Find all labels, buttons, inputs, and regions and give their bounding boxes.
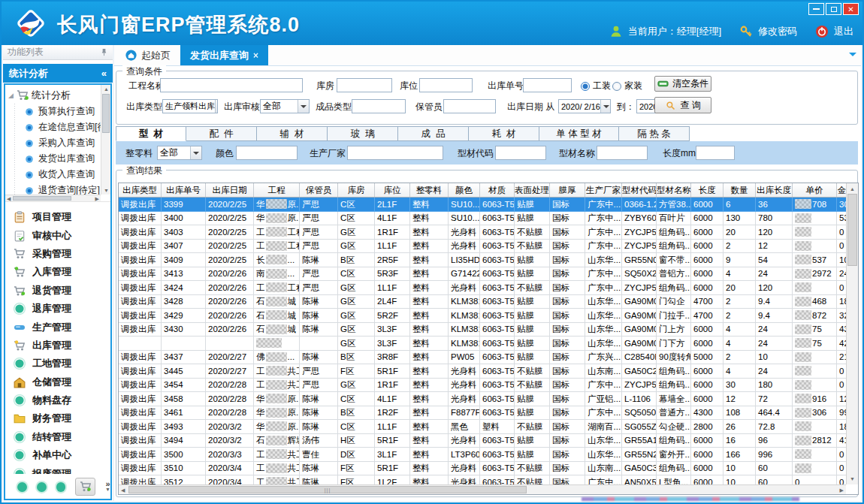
tree-item-0[interactable]: 预算执行查询 <box>5 104 110 119</box>
table-row[interactable]: 调拨出库34582020/2/28华原...陈琳C区4L1F整料光身料6063-… <box>119 392 846 406</box>
footer-cart-button[interactable] <box>75 478 95 496</box>
tree-item-1[interactable]: 在途信息查询[待 <box>5 119 110 135</box>
tree-item-2[interactable]: 采购入库查询 <box>5 135 110 151</box>
maximize-button[interactable] <box>826 3 841 15</box>
column-header-18[interactable]: 单价 <box>793 183 837 197</box>
column-header-3[interactable]: 工程 <box>254 183 300 197</box>
tree-item-4[interactable]: 收货入库查询 <box>5 167 110 183</box>
tree-vertical-scrollbar[interactable]: ▲▼ <box>101 85 110 195</box>
column-header-17[interactable]: 出库长度 <box>756 183 793 197</box>
warehouse-input[interactable] <box>337 78 392 92</box>
profile-code-input[interactable] <box>495 146 546 160</box>
tab-overflow-chevron-icon[interactable] <box>849 53 856 60</box>
sidebar-section-statistics[interactable]: 统计分析 « <box>3 64 113 83</box>
material-tab-7[interactable]: 隔 热 条 <box>619 126 690 141</box>
whole-part-select[interactable]: 全部 <box>157 146 202 160</box>
color-input[interactable] <box>236 146 298 160</box>
minimize-button[interactable] <box>808 3 824 15</box>
clear-conditions-button[interactable]: 清空条件 <box>654 76 711 92</box>
table-row[interactable]: 调拨出库34002020/2/25华原...严思C区4L1F整料SU10...6… <box>119 212 846 226</box>
column-header-14[interactable]: 型材名称 <box>657 183 691 197</box>
column-header-1[interactable]: 出库单号 <box>162 183 206 197</box>
footer-circle-icon[interactable] <box>17 482 27 492</box>
column-header-2[interactable]: 出库日期 <box>206 183 254 197</box>
sidebar-item-10[interactable]: 物料盘存 <box>5 391 110 409</box>
table-row[interactable]: 调拨出库34072020/2/25工工程严思G区1L1F整料光身料6063-T5… <box>119 240 846 254</box>
change-password-link[interactable]: 修改密码 <box>758 25 797 38</box>
dropdown-arrow-icon[interactable] <box>215 100 218 113</box>
profile-name-input[interactable] <box>597 146 648 160</box>
close-button[interactable]: ✕ <box>843 3 859 15</box>
table-row[interactable]: 调拨出库35122020/3/4工共工程陈琳F区1L2F整料光身料6063-T5… <box>119 475 846 484</box>
sidebar-item-4[interactable]: 退货管理 <box>5 282 110 300</box>
radio-gongzhuang[interactable]: 工装 <box>581 80 611 92</box>
column-header-10[interactable]: 表面处理 <box>515 183 550 197</box>
sidebar-item-12[interactable]: 结转管理 <box>5 428 110 446</box>
column-header-9[interactable]: 材质 <box>480 183 515 197</box>
table-row[interactable]: 调拨出库35102020/3/4工共工程陈琳F区5R1F整料光身料6063-T5… <box>119 462 846 476</box>
tab-0[interactable]: 起始页 <box>116 45 180 65</box>
audit-select[interactable]: 全部 <box>260 99 310 113</box>
order-no-input[interactable] <box>523 78 572 92</box>
radio-jiazhuang[interactable]: 家装 <box>612 80 642 92</box>
pin-icon[interactable] <box>100 48 108 56</box>
tab-close-icon[interactable]: × <box>253 50 258 61</box>
sidebar-item-8[interactable]: 工地管理 <box>5 355 110 373</box>
sidebar-item-11[interactable]: 财务管理 <box>5 409 110 427</box>
product-type-input[interactable] <box>352 99 406 113</box>
footer-circle-icon[interactable] <box>37 482 47 492</box>
table-row[interactable]: 调拨出库34092020/2/25长...陈琳B区2R5F整料LI35HD606… <box>119 253 846 267</box>
table-row[interactable]: 调拨出库34282020/2/26石城陈琳G区2L4F整料KLM38176063… <box>119 295 846 309</box>
table-row[interactable]: 调拨出库34032020/2/25工工程严思G区1R1F整料光身料6063-T5… <box>119 225 846 240</box>
logout-link[interactable]: 退出 <box>834 25 853 38</box>
material-tab-0[interactable]: 型 材 <box>116 126 186 141</box>
column-header-16[interactable]: 数量 <box>724 183 756 197</box>
manufacturer-input[interactable] <box>347 146 443 160</box>
sidebar-overflow-button[interactable]: »▼ <box>105 481 110 493</box>
sidebar-item-0[interactable]: 项目管理 <box>5 208 110 226</box>
table-row[interactable]: 调拨出库35002020/3/3工共工程曹佳D区3L1F整料LT3P606063… <box>119 448 846 462</box>
table-row[interactable]: 调拨出库34942020/3/2石辉城汤伟H区5R1F整料光身料6063-T5贴… <box>119 434 846 448</box>
search-button[interactable]: 查 询 <box>654 97 711 113</box>
sidebar-item-6[interactable]: 生产管理 <box>5 318 110 336</box>
material-tab-1[interactable]: 配 件 <box>186 126 257 141</box>
tree-root[interactable]: ◢ 统计分析 <box>5 85 110 104</box>
sidebar-item-13[interactable]: 补单中心 <box>5 446 110 464</box>
column-header-4[interactable]: 保管员 <box>300 183 338 197</box>
column-header-11[interactable]: 膜厚 <box>550 183 585 197</box>
column-header-12[interactable]: 生产厂家 <box>585 183 622 197</box>
table-row[interactable]: 调拨出库34242020/2/26工工程严思G区1L1F整料光身料6063-T5… <box>119 281 846 295</box>
material-tab-3[interactable]: 玻 璃 <box>328 126 398 141</box>
table-row[interactable]: 调拨出库34612020/2/28华原...陈琳B区1R2F整料F8877FT6… <box>119 406 846 421</box>
table-row[interactable]: 调拨出库34292020/2/26石城陈琳G区5R2F整料KLM38176063… <box>119 309 846 323</box>
date-from-picker[interactable]: 2020/ 2/16 <box>558 99 611 113</box>
tree-item-3[interactable]: 发货出库查询 <box>5 151 110 167</box>
dropdown-arrow-icon[interactable] <box>298 100 309 113</box>
keeper-input[interactable] <box>443 99 496 113</box>
table-row[interactable]: 调拨出库34542020/2/28工共工程严思G区1R1F整料光身料6063-T… <box>119 379 846 393</box>
sidebar-item-14[interactable]: 报废管理 <box>5 464 110 474</box>
dropdown-arrow-icon[interactable] <box>600 100 611 113</box>
sidebar-item-7[interactable]: 出库管理 <box>5 337 110 355</box>
out-type-select[interactable]: 生产领料出库 <box>162 99 218 113</box>
column-header-6[interactable]: 库位 <box>375 183 410 197</box>
grid-vertical-scrollbar[interactable]: ▲▼ <box>846 183 858 484</box>
column-header-5[interactable]: 库房 <box>338 183 375 197</box>
sidebar-item-9[interactable]: 仓储管理 <box>5 373 110 391</box>
tree-horizontal-scrollbar[interactable]: ◀▶ <box>5 195 101 201</box>
table-row[interactable]: 调拨出库34372020/2/27佛...陈琳B区3R8F整料PW056063-… <box>119 351 846 365</box>
column-header-15[interactable]: 长度 <box>691 183 724 197</box>
sidebar-item-1[interactable]: 审核中心 <box>5 226 110 244</box>
footer-circle-icon[interactable] <box>56 482 66 492</box>
material-tab-6[interactable]: 单 体 型 材 <box>539 126 619 141</box>
table-row[interactable]: G区3L3F整料KLM38176063-T5贴膜国标山东华...GA90M09.… <box>119 337 846 351</box>
column-header-8[interactable]: 颜色 <box>449 183 480 197</box>
material-tab-5[interactable]: 耗 材 <box>469 126 539 141</box>
table-row[interactable]: 调拨出库34302020/2/26石城陈琳G区3L3F整料KLM38176063… <box>119 323 846 337</box>
column-header-7[interactable]: 整零料 <box>410 183 449 197</box>
column-header-0[interactable]: 出库类型 <box>119 183 162 197</box>
table-row[interactable]: 调拨出库34932020/3/2华原...陈琳C区1L1F整料黑色塑料不贴膜国标… <box>119 420 846 434</box>
length-input[interactable] <box>696 146 735 160</box>
tab-1[interactable]: 发货出库查询× <box>180 45 268 65</box>
tree-expander-icon[interactable]: ◢ <box>8 92 14 99</box>
